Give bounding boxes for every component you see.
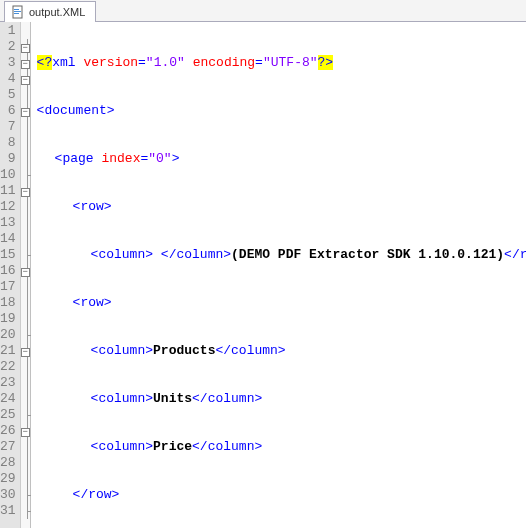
line-number: 21 (0, 343, 16, 359)
fold-toggle-icon[interactable]: − (21, 103, 30, 119)
line-number: 28 (0, 455, 16, 471)
line-number: 13 (0, 215, 16, 231)
code-line: <column>Price</column> (37, 439, 526, 455)
line-number: 6 (0, 103, 16, 119)
line-number: 18 (0, 295, 16, 311)
line-number: 27 (0, 439, 16, 455)
line-number: 29 (0, 471, 16, 487)
line-number: 9 (0, 151, 16, 167)
line-number: 2 (0, 39, 16, 55)
code-line: <page index="0"> (37, 151, 526, 167)
line-number: 30 (0, 487, 16, 503)
tab-title: output.XML (29, 6, 85, 18)
line-number: 25 (0, 407, 16, 423)
fold-guide (21, 327, 30, 343)
line-number: 20 (0, 327, 16, 343)
fold-guide (21, 215, 30, 231)
code-area[interactable]: <?xml version="1.0" encoding="UTF-8"?> <… (31, 22, 526, 528)
code-line: <row> (37, 295, 526, 311)
fold-guide (21, 135, 30, 151)
line-number: 15 (0, 247, 16, 263)
fold-gutter[interactable]: −−−−−−−− (21, 22, 31, 528)
code-line: <row> (37, 199, 526, 215)
code-line: <column>Products</column> (37, 343, 526, 359)
fold-guide (21, 503, 30, 519)
code-line: <document> (37, 103, 526, 119)
fold-toggle-icon[interactable]: − (21, 39, 30, 55)
fold-guide (21, 359, 30, 375)
fold-toggle-icon[interactable]: − (21, 183, 30, 199)
code-editor[interactable]: 1234567891011121314151617181920212223242… (0, 22, 526, 528)
line-number: 12 (0, 199, 16, 215)
fold-guide (21, 167, 30, 183)
code-line: <column>Units</column> (37, 391, 526, 407)
code-line: </row> (37, 487, 526, 503)
fold-guide (21, 23, 30, 39)
file-tab[interactable]: output.XML (4, 1, 96, 22)
svg-rect-2 (14, 11, 21, 12)
fold-guide (21, 407, 30, 423)
tab-bar: output.XML (0, 0, 526, 22)
fold-guide (21, 295, 30, 311)
fold-toggle-icon[interactable]: − (21, 343, 30, 359)
fold-toggle-icon[interactable]: − (21, 423, 30, 439)
fold-toggle-icon[interactable]: − (21, 71, 30, 87)
line-number: 19 (0, 311, 16, 327)
line-number: 8 (0, 135, 16, 151)
svg-rect-3 (14, 13, 19, 14)
line-number: 17 (0, 279, 16, 295)
fold-guide (21, 471, 30, 487)
fold-guide (21, 279, 30, 295)
line-gutter: 1234567891011121314151617181920212223242… (0, 22, 21, 528)
line-number: 10 (0, 167, 16, 183)
fold-toggle-icon[interactable]: − (21, 55, 30, 71)
fold-guide (21, 311, 30, 327)
fold-guide (21, 455, 30, 471)
line-number: 7 (0, 119, 16, 135)
fold-guide (21, 375, 30, 391)
line-number: 4 (0, 71, 16, 87)
line-number: 11 (0, 183, 16, 199)
fold-toggle-icon[interactable]: − (21, 263, 30, 279)
fold-guide (21, 151, 30, 167)
fold-guide (21, 439, 30, 455)
file-icon (11, 5, 25, 19)
fold-guide (21, 87, 30, 103)
line-number: 1 (0, 23, 16, 39)
fold-guide (21, 247, 30, 263)
fold-guide (21, 119, 30, 135)
fold-guide (21, 231, 30, 247)
line-number: 26 (0, 423, 16, 439)
svg-rect-1 (14, 9, 19, 10)
line-number: 23 (0, 375, 16, 391)
line-number: 16 (0, 263, 16, 279)
fold-guide (21, 487, 30, 503)
line-number: 31 (0, 503, 16, 519)
code-line: <column> </column>(DEMO PDF Extractor SD… (37, 247, 526, 263)
fold-guide (21, 391, 30, 407)
line-number: 3 (0, 55, 16, 71)
line-number: 14 (0, 231, 16, 247)
line-number: 5 (0, 87, 16, 103)
code-line: <?xml version="1.0" encoding="UTF-8"?> (37, 55, 526, 71)
fold-guide (21, 199, 30, 215)
line-number: 22 (0, 359, 16, 375)
line-number: 24 (0, 391, 16, 407)
